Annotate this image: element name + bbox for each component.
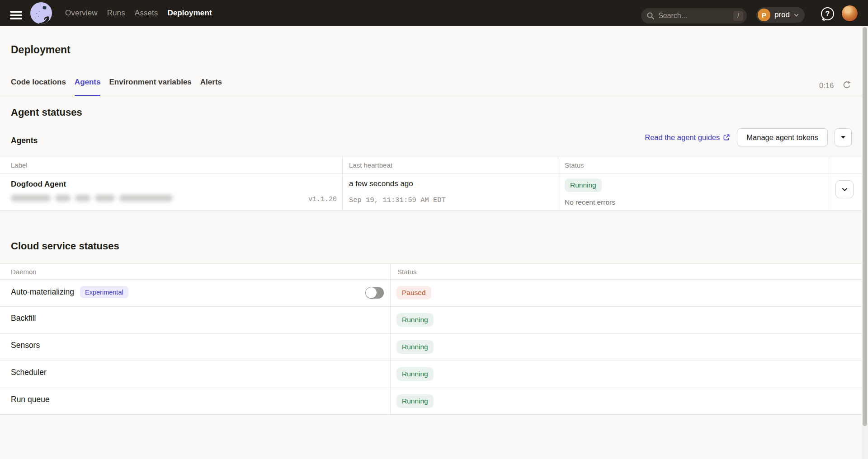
tab-bar: Code locations Agents Environment variab… — [0, 74, 862, 96]
auto-materializing-toggle[interactable] — [365, 287, 384, 299]
search-placeholder: Search... — [658, 12, 733, 20]
agent-id-redacted — [11, 195, 173, 201]
daemon-name: Backfill — [11, 314, 36, 323]
daemon-name: Scheduler — [11, 368, 47, 377]
caret-down-icon — [841, 136, 845, 139]
nav-overview[interactable]: Overview — [65, 9, 98, 18]
col-daemon-status: Status — [397, 268, 417, 276]
agents-table: Label Last heartbeat Status Dogfood Agen… — [0, 156, 862, 211]
col-status: Status — [565, 161, 584, 169]
col-label: Label — [11, 161, 28, 169]
agent-status-detail: No recent errors — [565, 198, 615, 206]
daemon-status-badge-paused: Paused — [396, 286, 431, 300]
help-button[interactable]: ? — [821, 7, 834, 20]
cloud-service-statuses-heading: Cloud service statuses — [11, 240, 119, 252]
agent-statuses-heading: Agent statuses — [11, 107, 82, 118]
agent-guides-link-label: Read the agent guides — [645, 133, 720, 142]
dagster-logo-icon[interactable] — [30, 2, 52, 24]
daemon-status-badge-running: Running — [396, 340, 434, 354]
daemon-label-auto-materializing: Auto-materializing Experimental — [11, 286, 128, 298]
tab-agents[interactable]: Agents — [75, 74, 101, 96]
agent-heartbeat-relative: a few seconds ago — [349, 179, 413, 188]
daemon-status-badge-running: Running — [396, 367, 434, 381]
org-name: prod — [774, 10, 790, 19]
nav-runs[interactable]: Runs — [107, 9, 125, 18]
daemon-name: Run queue — [11, 395, 50, 404]
daemon-name: Auto-materializing — [11, 287, 74, 297]
daemon-status-badge-running: Running — [396, 394, 434, 408]
chevron-down-icon — [794, 13, 799, 18]
menu-icon[interactable] — [10, 11, 22, 19]
daemon-label-scheduler: Scheduler — [11, 368, 47, 377]
tab-environment-variables[interactable]: Environment variables — [109, 74, 191, 96]
agent-version: v1.1.20 — [277, 196, 337, 203]
refresh-icon[interactable] — [842, 80, 851, 89]
primary-nav: Overview Runs Assets Deployment — [65, 0, 212, 26]
org-initial-badge: P — [758, 9, 770, 21]
agent-status-badge: Running — [565, 178, 602, 192]
experimental-badge: Experimental — [80, 286, 128, 298]
tab-code-locations[interactable]: Code locations — [11, 74, 66, 96]
nav-deployment[interactable]: Deployment — [167, 9, 212, 18]
agent-name: Dogfood Agent — [11, 180, 66, 189]
tab-alerts[interactable]: Alerts — [200, 74, 222, 96]
manage-agent-tokens-button[interactable]: Manage agent tokens — [737, 128, 828, 146]
search-input[interactable]: Search... / — [641, 8, 747, 23]
cloud-services-table: Daemon Status Auto-materializing Experim… — [0, 263, 862, 415]
search-shortcut-badge: / — [733, 11, 743, 21]
col-daemon: Daemon — [11, 268, 37, 276]
search-icon — [647, 12, 654, 19]
agents-subheading: Agents — [11, 136, 38, 145]
external-link-icon — [723, 134, 730, 141]
refresh-countdown: 0:16 — [819, 81, 834, 90]
top-navigation-bar: Overview Runs Assets Deployment Search..… — [0, 0, 868, 26]
agent-guides-link[interactable]: Read the agent guides — [645, 133, 730, 142]
chevron-down-icon — [841, 186, 848, 193]
agent-token-menu-button[interactable] — [835, 128, 852, 146]
deployment-switcher[interactable]: P prod — [756, 7, 805, 23]
daemon-label-run-queue: Run queue — [11, 395, 50, 404]
page-title: Deployment — [11, 44, 71, 56]
help-icon: ? — [821, 7, 834, 20]
daemon-status-badge-running: Running — [396, 313, 434, 327]
agent-heartbeat-timestamp: Sep 19, 11:31:59 AM EDT — [349, 196, 446, 204]
daemon-name: Sensors — [11, 341, 40, 350]
col-last-heartbeat: Last heartbeat — [349, 161, 392, 169]
agent-row-expander-button[interactable] — [835, 180, 854, 198]
deployment-page: Overview Runs Assets Deployment Search..… — [0, 0, 868, 459]
daemon-label-sensors: Sensors — [11, 341, 40, 350]
nav-assets[interactable]: Assets — [135, 9, 158, 18]
user-avatar[interactable] — [841, 5, 858, 22]
daemon-label-backfill: Backfill — [11, 314, 36, 323]
scrollbar-thumb[interactable] — [863, 27, 867, 426]
